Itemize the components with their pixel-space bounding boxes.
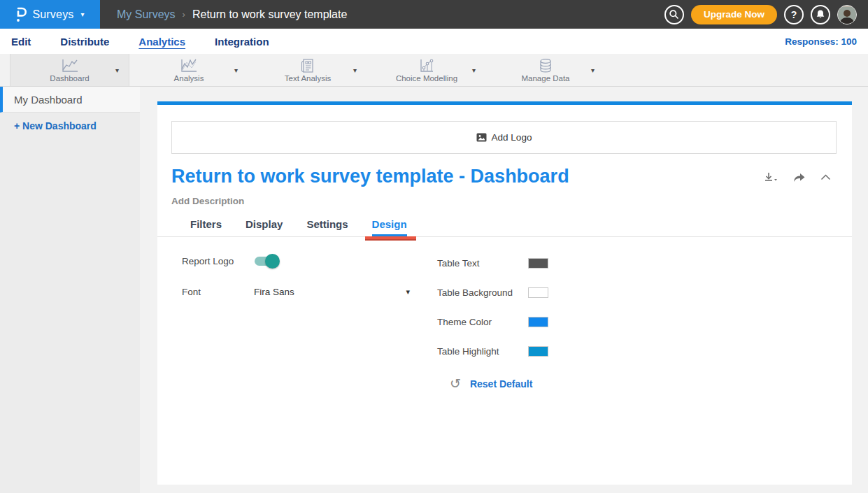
font-select[interactable]: Fira Sans ▾ <box>254 287 413 297</box>
breadcrumb-my-surveys[interactable]: My Surveys <box>117 8 176 21</box>
main-content: Add Logo Return to work survey template … <box>140 87 868 493</box>
nav-tab-distribute[interactable]: Distribute <box>60 36 109 48</box>
breadcrumb: My Surveys › Return to work survey templ… <box>117 8 347 21</box>
help-button[interactable]: ? <box>784 5 804 24</box>
toolbar-item-label: Analysis <box>174 74 204 83</box>
line-chart-icon <box>61 58 79 74</box>
collapse-chevron-icon[interactable] <box>820 174 831 180</box>
share-button[interactable] <box>792 172 806 183</box>
database-icon <box>538 58 553 74</box>
upgrade-now-button[interactable]: Upgrade Now <box>691 5 777 24</box>
reset-default-label: Reset Default <box>470 378 532 390</box>
toolbar-item-label: Manage Data <box>521 74 569 83</box>
design-settings-panel: Report Logo Font Fira Sans ▾ <box>157 237 852 447</box>
nav-tab-edit[interactable]: Edit <box>11 36 31 48</box>
toggle-knob <box>265 254 280 269</box>
tab-filters[interactable]: Filters <box>190 218 222 236</box>
reset-icon: ↺ <box>450 377 461 390</box>
survey-nav-items: Edit Distribute Analytics Integration <box>11 36 269 48</box>
dashboard-sidebar: My Dashboard + New Dashboard <box>0 87 140 493</box>
sidebar-item-my-dashboard[interactable]: My Dashboard <box>0 87 140 113</box>
manage-data-dropdown-caret-icon[interactable]: ▾ <box>591 54 595 86</box>
tab-design-label: Design <box>372 218 407 230</box>
font-row: Font Fira Sans ▾ <box>182 287 413 297</box>
table-text-swatch[interactable] <box>528 258 548 269</box>
user-avatar[interactable] <box>837 5 857 24</box>
header-actions: Upgrade Now ? <box>664 5 868 24</box>
download-button[interactable] <box>764 171 778 183</box>
notifications-button[interactable] <box>811 5 830 24</box>
page-body: My Dashboard + New Dashboard Add Logo Re… <box>0 87 868 493</box>
breadcrumb-current: Return to work survey template <box>192 8 347 21</box>
tab-design[interactable]: Design <box>372 218 407 236</box>
table-highlight-swatch[interactable] <box>528 346 548 357</box>
toolbar-item-label: Choice Modelling <box>396 74 457 83</box>
choice-modelling-dropdown-caret-icon[interactable]: ▾ <box>472 54 476 86</box>
add-logo-dropzone[interactable]: Add Logo <box>171 121 837 154</box>
text-analysis-icon <box>300 58 315 74</box>
image-icon <box>476 133 487 142</box>
toolbar-item-manage-data[interactable]: Manage Data <box>490 54 602 86</box>
top-header: Surveys ▾ My Surveys › Return to work su… <box>0 0 868 29</box>
toolbar-item-label: Dashboard <box>50 74 89 83</box>
brand-product-name: Surveys <box>32 8 73 21</box>
title-actions <box>764 166 831 183</box>
dashboard-tabs: Filters Display Settings Design <box>157 218 852 237</box>
toolbar-item-label: Text Analysis <box>285 74 331 83</box>
add-description-field[interactable]: Add Description <box>171 196 852 206</box>
choice-modelling-icon <box>418 58 435 74</box>
bell-icon <box>816 9 825 20</box>
table-background-row: Table Background <box>437 287 689 298</box>
report-logo-row: Report Logo <box>182 256 413 266</box>
design-left-column: Report Logo Font Fira Sans ▾ <box>182 256 413 317</box>
report-logo-toggle[interactable] <box>255 257 278 266</box>
breadcrumb-separator-icon: › <box>183 9 185 20</box>
page-title[interactable]: Return to work survey template - Dashboa… <box>171 166 569 187</box>
question-mark-icon: ? <box>791 9 797 20</box>
analysis-chart-icon <box>180 58 198 74</box>
questionpro-logo-icon <box>15 7 27 22</box>
theme-color-swatch[interactable] <box>528 317 548 327</box>
theme-color-label: Theme Color <box>437 317 528 327</box>
table-highlight-row: Table Highlight <box>437 346 689 357</box>
nav-tab-integration[interactable]: Integration <box>215 36 269 48</box>
dashboard-card: Add Logo Return to work survey template … <box>157 101 852 485</box>
font-select-value: Fira Sans <box>254 287 294 297</box>
toolbar-item-text-analysis[interactable]: Text Analysis <box>252 54 364 86</box>
search-icon <box>669 9 679 20</box>
new-dashboard-button[interactable]: + New Dashboard <box>0 113 140 139</box>
responses-count: Responses: 100 <box>785 36 857 47</box>
brand-menu[interactable]: Surveys ▾ <box>0 0 100 29</box>
brand-caret-icon: ▾ <box>81 10 85 18</box>
table-highlight-label: Table Highlight <box>437 346 528 357</box>
toolbar-item-choice-modelling[interactable]: Choice Modelling <box>367 54 486 86</box>
table-text-row: Table Text <box>437 258 689 269</box>
card-accent-bar <box>157 101 852 105</box>
search-button[interactable] <box>664 5 684 24</box>
tab-display[interactable]: Display <box>246 218 283 236</box>
report-logo-label: Report Logo <box>182 256 254 266</box>
dashboard-dropdown-caret-icon[interactable]: ▾ <box>115 54 119 86</box>
analysis-dropdown-caret-icon[interactable]: ▾ <box>234 54 238 86</box>
theme-color-row: Theme Color <box>437 317 689 327</box>
text-analysis-dropdown-caret-icon[interactable]: ▾ <box>353 54 357 86</box>
table-background-swatch[interactable] <box>528 287 548 298</box>
analytics-toolbar: Dashboard ▾ Analysis ▾ Text Analysis ▾ C… <box>0 54 868 87</box>
toolbar-item-analysis[interactable]: Analysis <box>136 54 241 86</box>
design-right-column: Table Text Table Background Theme Color … <box>437 258 689 376</box>
font-label: Font <box>182 287 254 297</box>
reset-default-button[interactable]: ↺ Reset Default <box>450 377 532 390</box>
tab-settings[interactable]: Settings <box>306 218 348 236</box>
table-background-label: Table Background <box>437 287 528 298</box>
toolbar-item-dashboard[interactable]: Dashboard <box>10 54 129 86</box>
nav-tab-analytics[interactable]: Analytics <box>138 36 185 48</box>
chevron-down-icon: ▾ <box>406 287 413 296</box>
add-logo-label: Add Logo <box>492 132 532 143</box>
title-row: Return to work survey template - Dashboa… <box>171 166 831 187</box>
table-text-label: Table Text <box>437 258 528 269</box>
survey-nav: Edit Distribute Analytics Integration Re… <box>0 29 868 54</box>
